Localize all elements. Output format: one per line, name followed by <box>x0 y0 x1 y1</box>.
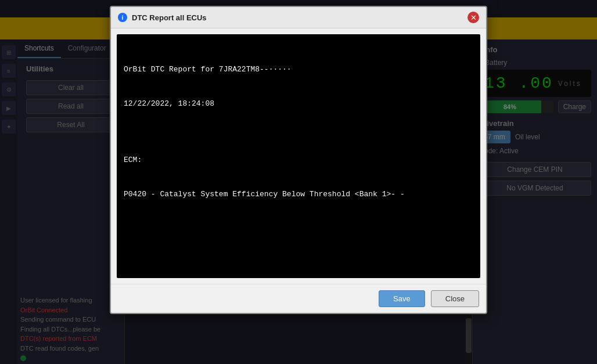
dtc-terminal[interactable]: OrBit DTC Report for 7JRA22TM8--····· 12… <box>117 34 480 278</box>
terminal-line-2: 12/22/2022, 18:24:08 <box>124 98 473 110</box>
modal-footer: Save Close <box>111 284 486 313</box>
terminal-line-5: P0420 - Catalyst System Efficiency Below… <box>124 189 473 200</box>
modal-body: OrBit DTC Report for 7JRA22TM8--····· 12… <box>111 28 486 284</box>
close-button[interactable]: Close <box>431 290 479 307</box>
terminal-line-1: OrBit DTC Report for 7JRA22TM8--····· <box>124 64 473 75</box>
modal-overlay: i DTC Report all ECUs ✕ OrBit DTC Report… <box>0 0 597 364</box>
save-button[interactable]: Save <box>379 290 425 307</box>
modal-title-content: i DTC Report all ECUs <box>118 13 207 22</box>
terminal-line-4: ECM: <box>124 154 473 166</box>
dtc-modal: i DTC Report all ECUs ✕ OrBit DTC Report… <box>110 6 487 314</box>
modal-title: DTC Report all ECUs <box>132 13 207 22</box>
modal-titlebar: i DTC Report all ECUs ✕ <box>111 7 486 28</box>
modal-close-button[interactable]: ✕ <box>467 12 479 23</box>
modal-info-icon: i <box>118 13 127 22</box>
